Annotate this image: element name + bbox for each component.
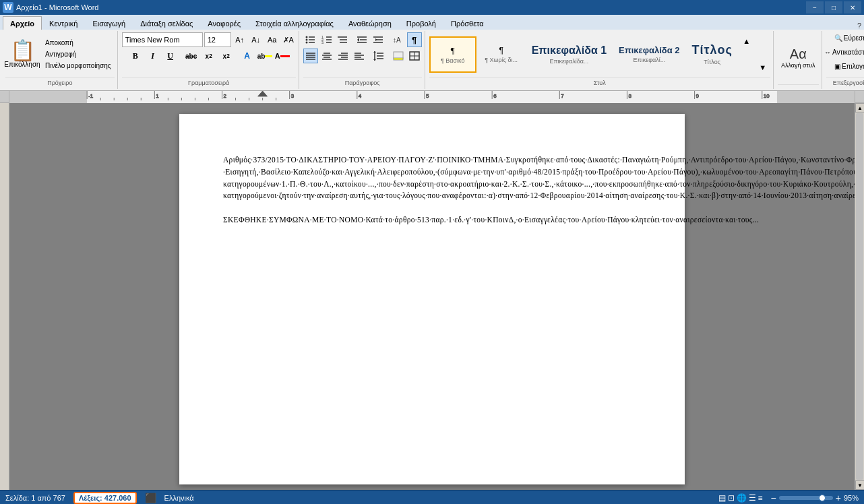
- superscript-button[interactable]: x2: [218, 49, 235, 63]
- borders-button[interactable]: [407, 49, 422, 63]
- clear-format-button[interactable]: ✗A: [281, 32, 296, 47]
- font-color-button[interactable]: A: [274, 49, 290, 63]
- highlight-button[interactable]: ab: [257, 49, 273, 63]
- svg-point-4: [305, 42, 307, 44]
- format-painter-button[interactable]: Πινέλο μορφοποίησης: [42, 61, 115, 71]
- styles-scroll-up[interactable]: ▲: [739, 34, 754, 49]
- scroll-down-button[interactable]: ▼: [855, 480, 864, 490]
- tab-eisagwgh[interactable]: Εισαγωγή: [85, 16, 133, 30]
- show-paragraph-button[interactable]: ¶: [407, 32, 422, 47]
- increase-indent-button[interactable]: [371, 32, 386, 47]
- align-center-button[interactable]: [319, 49, 334, 63]
- scroll-thumb[interactable]: [856, 113, 863, 480]
- paste-icon: 📋: [10, 40, 35, 61]
- style-title[interactable]: Τίτλος Τίτλος: [687, 36, 738, 73]
- svg-rect-42: [394, 58, 403, 60]
- subscript-button[interactable]: x2: [201, 49, 217, 63]
- align-right-button[interactable]: [336, 49, 350, 63]
- tab-prostheta[interactable]: Πρόσθετα: [443, 16, 491, 30]
- group-styles: ¶ ¶ Βασικό ¶ ¶ Χωρίς δι... Επικεφαλίδα 1…: [427, 31, 774, 89]
- italic-button[interactable]: I: [145, 49, 161, 63]
- tab-anafores[interactable]: Αναφορές: [200, 16, 248, 30]
- svg-text:7: 7: [561, 93, 564, 99]
- svg-text:10: 10: [764, 93, 770, 99]
- font-name-input[interactable]: [122, 32, 203, 47]
- scroll-up-button[interactable]: ▲: [855, 103, 864, 113]
- maximize-button[interactable]: □: [825, 1, 842, 13]
- change-styles-button[interactable]: Αα Αλλαγή στυλ: [778, 44, 818, 71]
- text-effects-button[interactable]: A: [239, 49, 255, 63]
- tab-stoixeia[interactable]: Στοιχεία αλληλογραφίας: [248, 16, 341, 30]
- ribbon: Αρχείο Κεντρική Εισαγωγή Διάταξη σελίδας…: [0, 15, 864, 91]
- tab-diataxh[interactable]: Διάταξη σελίδας: [133, 16, 200, 30]
- change-styles-icon: Αα: [790, 46, 807, 62]
- style-no-spacing[interactable]: ¶ ¶ Χωρίς δι...: [478, 36, 525, 73]
- align-left-button[interactable]: [352, 49, 367, 63]
- print-layout-button[interactable]: ▤: [718, 493, 726, 503]
- change-case-button[interactable]: Aa: [265, 32, 280, 47]
- bullets-button[interactable]: [303, 32, 318, 47]
- help-icon[interactable]: ?: [857, 22, 861, 30]
- word-count-status: Λέξεις: 427.060: [73, 492, 137, 504]
- select-icon: ▣: [834, 63, 840, 70]
- zoom-slider[interactable]: [779, 496, 833, 500]
- style-heading2[interactable]: Επικεφαλίδα 2 Επικεφαλί...: [613, 36, 685, 73]
- zoom-level: 95%: [844, 494, 859, 502]
- copy-button[interactable]: Αντιγραφή: [42, 49, 115, 59]
- change-styles-group-label: [778, 84, 819, 88]
- numbering-button[interactable]: 1.2.3.: [319, 32, 334, 47]
- svg-text:4: 4: [359, 93, 362, 99]
- language-status[interactable]: Ελληνικά: [164, 494, 194, 502]
- decrease-font-button[interactable]: A↓: [249, 32, 264, 47]
- sort-button[interactable]: ↕A: [391, 32, 406, 47]
- draft-button[interactable]: ≡: [758, 493, 763, 503]
- align-justify-button[interactable]: [303, 49, 318, 63]
- find-button[interactable]: 🔍 Εύρεση: [830, 32, 864, 44]
- svg-text:2: 2: [224, 93, 227, 99]
- decrease-indent-button[interactable]: [355, 32, 370, 47]
- bold-button[interactable]: B: [127, 49, 144, 63]
- zoom-in-button[interactable]: +: [836, 493, 841, 503]
- close-button[interactable]: ✕: [844, 1, 861, 13]
- style-normal[interactable]: ¶ ¶ Βασικό: [429, 36, 476, 73]
- svg-text:6: 6: [493, 93, 497, 99]
- strikethrough-button[interactable]: abc: [183, 49, 199, 63]
- clipboard-label: Πρόχειρο: [5, 77, 115, 88]
- replace-button[interactable]: ↔ Αντικατάσταση: [820, 46, 864, 58]
- document-page: Αριθμός·373/2015·ΤΟ·ΔΙΚΑΣΤΗΡΙΟ·ΤΟΥ·ΑΡΕΙΟ…: [179, 114, 685, 484]
- document-scroll-area[interactable]: Αριθμός·373/2015·ΤΟ·ΔΙΚΑΣΤΗΡΙΟ·ΤΟΥ·ΑΡΕΙΟ…: [9, 103, 855, 490]
- view-buttons: ▤ ⊡ 🌐 ☰ ≡: [718, 493, 763, 503]
- full-reading-button[interactable]: ⊡: [728, 493, 735, 503]
- line-spacing-button[interactable]: [371, 49, 386, 63]
- minimize-button[interactable]: −: [806, 1, 824, 13]
- shading-button[interactable]: [391, 49, 406, 63]
- style-heading1[interactable]: Επικεφαλίδα 1 Επικεφαλίδα...: [526, 36, 612, 73]
- word-count-highlight[interactable]: Λέξεις: 427.060: [73, 492, 137, 504]
- ruler-container: -1 1 2 3 4 5 6 7 8 9 10: [0, 91, 864, 103]
- outline-button[interactable]: ☰: [749, 493, 756, 503]
- svg-text:-1: -1: [88, 93, 94, 99]
- web-layout-button[interactable]: 🌐: [737, 493, 747, 503]
- increase-font-button[interactable]: A↑: [233, 32, 247, 47]
- zoom-out-button[interactable]: −: [771, 493, 776, 503]
- tab-provolh[interactable]: Προβολή: [399, 16, 443, 30]
- tab-anatheorisi[interactable]: Αναθεώρηση: [341, 16, 399, 30]
- tab-arxeio[interactable]: Αρχείο: [3, 16, 42, 30]
- group-change-styles: Αα Αλλαγή στυλ: [775, 31, 822, 89]
- paste-button[interactable]: 📋 Επικόλληση: [5, 32, 39, 76]
- macro-record-icon: ⬛: [145, 493, 156, 503]
- svg-rect-48: [87, 91, 777, 103]
- font-row2: B I U abc x2 x2 A ab A: [127, 49, 290, 63]
- window-controls: − □ ✕: [806, 1, 861, 13]
- ruler-left-margin: [0, 91, 9, 102]
- document-content[interactable]: Αριθμός·373/2015·ΤΟ·ΔΙΚΑΣΤΗΡΙΟ·ΤΟΥ·ΑΡΕΙΟ…: [223, 154, 641, 226]
- multilevel-button[interactable]: [336, 32, 350, 47]
- doc-text-skefthike: ΣΚΕΦΘΗΚΕ·ΣΥΜΦΩΝΑ·ΜΕ·ΤΟ·ΝΟΜΟ·Κατά·το·άρθρ…: [223, 216, 759, 224]
- select-button[interactable]: ▣ Επιλογή: [830, 61, 864, 72]
- styles-scroll-down[interactable]: ▼: [755, 60, 770, 75]
- font-size-input[interactable]: [204, 32, 231, 47]
- underline-button[interactable]: U: [162, 49, 179, 63]
- ribbon-tab-bar: Αρχείο Κεντρική Εισαγωγή Διάταξη σελίδας…: [0, 15, 864, 30]
- tab-kentrikh[interactable]: Κεντρική: [42, 16, 85, 30]
- cut-button[interactable]: Αποκοπή: [42, 38, 115, 48]
